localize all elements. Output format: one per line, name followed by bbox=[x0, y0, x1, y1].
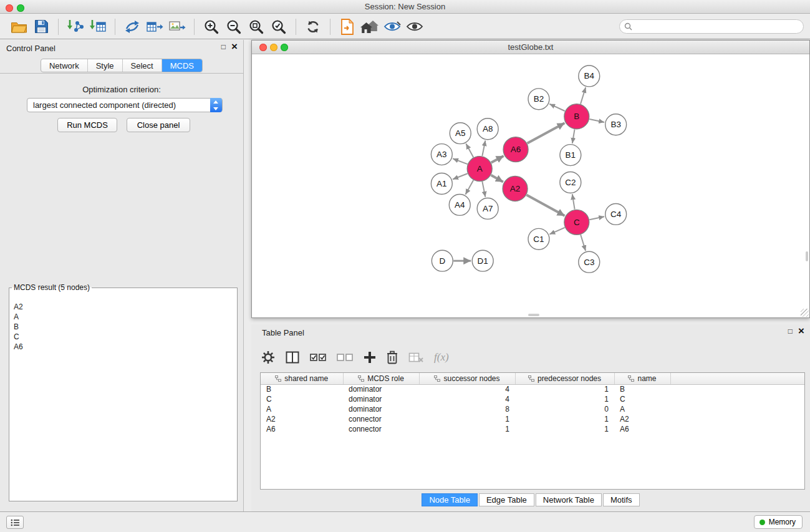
tab-mcds[interactable]: MCDS bbox=[162, 59, 202, 72]
save-session-button[interactable] bbox=[30, 17, 52, 37]
delete-column-button[interactable] bbox=[387, 351, 398, 364]
optimization-criterion-select[interactable]: largest connected component (directed) bbox=[27, 98, 223, 112]
cell-MCDS-role: dominator bbox=[343, 404, 419, 414]
edge-A-A8[interactable] bbox=[482, 140, 485, 156]
table-panel-title: Table Panel bbox=[262, 328, 304, 337]
float-panel-icon[interactable]: □ bbox=[221, 42, 226, 51]
table-row[interactable]: Adominator80A bbox=[261, 404, 804, 414]
import-network-icon bbox=[67, 19, 84, 34]
table-header-row: shared nameMCDS rolesuccessor nodesprede… bbox=[261, 373, 804, 384]
cell-name: A2 bbox=[614, 414, 670, 424]
import-network-button[interactable] bbox=[64, 17, 87, 37]
zoom-out-button[interactable] bbox=[223, 17, 245, 37]
show-columns-button[interactable] bbox=[286, 351, 299, 364]
tab-motifs[interactable]: Motifs bbox=[603, 493, 640, 506]
graphics-details-button[interactable] bbox=[381, 17, 403, 37]
select-all-rows-button[interactable] bbox=[310, 352, 326, 362]
cell-predecessor-nodes: 1 bbox=[515, 414, 614, 424]
create-column-button[interactable] bbox=[364, 351, 376, 364]
network-canvas[interactable]: B4B2BB3A8A5A6B1A3AC2A1A2A4A7C4CC1C3DD1 bbox=[252, 55, 809, 317]
edge-A-A6[interactable] bbox=[491, 156, 504, 163]
network-graph[interactable]: B4B2BB3A8A5A6B1A3AC2A1A2A4A7C4CC1C3DD1 bbox=[252, 55, 809, 317]
main-toolbar bbox=[0, 14, 810, 39]
search-input[interactable] bbox=[619, 19, 804, 34]
home-button[interactable] bbox=[359, 17, 381, 37]
column-header-MCDS-role[interactable]: MCDS role bbox=[343, 373, 419, 384]
close-panel-button[interactable]: Close panel bbox=[127, 118, 190, 132]
vertical-scrollbar[interactable] bbox=[806, 251, 808, 261]
float-panel-icon[interactable]: □ bbox=[788, 327, 793, 336]
window-resize-grip[interactable] bbox=[801, 309, 809, 317]
mcds-result-item[interactable]: B bbox=[11, 322, 235, 332]
open-session-button[interactable] bbox=[7, 17, 30, 37]
column-header-successor-nodes[interactable]: successor nodes bbox=[419, 373, 515, 384]
table-row[interactable]: Bdominator41B bbox=[261, 384, 804, 394]
export-image-icon bbox=[168, 19, 186, 34]
mcds-result-list[interactable]: A2ABCA6 bbox=[11, 302, 235, 499]
window-title: Session: New Session bbox=[0, 2, 810, 11]
zoom-in-button[interactable] bbox=[200, 17, 223, 37]
network-close-button[interactable] bbox=[259, 44, 267, 51]
cell-predecessor-nodes: 0 bbox=[515, 404, 614, 414]
tab-network[interactable]: Network bbox=[41, 59, 87, 72]
table-row[interactable]: A6connector11A6 bbox=[261, 424, 804, 434]
trash-icon bbox=[387, 351, 398, 364]
network-zoom-button[interactable] bbox=[281, 44, 288, 51]
run-mcds-button[interactable]: Run MCDS bbox=[57, 118, 117, 132]
cell-shared-name: A2 bbox=[261, 414, 343, 424]
edge-A-A2[interactable] bbox=[491, 175, 503, 182]
edge-A-A7[interactable] bbox=[482, 181, 485, 197]
zoom-selected-button[interactable] bbox=[268, 17, 290, 37]
edge-C-C4[interactable] bbox=[589, 216, 604, 220]
edge-A-A5[interactable] bbox=[466, 143, 473, 157]
tab-style[interactable]: Style bbox=[87, 59, 122, 72]
edge-B-B2[interactable] bbox=[549, 104, 565, 111]
network-window-title: testGlobe.txt bbox=[252, 41, 809, 52]
column-header-name[interactable]: name bbox=[614, 373, 670, 384]
export-network-button[interactable] bbox=[121, 17, 143, 37]
tab-edge-table[interactable]: Edge Table bbox=[479, 493, 534, 506]
edge-C-C3[interactable] bbox=[581, 235, 586, 251]
edge-A2-C[interactable] bbox=[526, 195, 564, 216]
edge-A-A1[interactable] bbox=[453, 173, 468, 179]
edge-B-B1[interactable] bbox=[572, 129, 575, 143]
edge-B-B3[interactable] bbox=[589, 119, 604, 122]
edge-A-A3[interactable] bbox=[453, 158, 468, 164]
edge-A6-B[interactable] bbox=[528, 123, 565, 143]
cell-MCDS-role: dominator bbox=[343, 384, 419, 394]
column-edit-icon bbox=[628, 375, 634, 382]
task-history-button[interactable] bbox=[6, 516, 24, 529]
deselect-all-rows-button[interactable] bbox=[337, 352, 353, 362]
table-row[interactable]: A2connector11A2 bbox=[261, 414, 804, 424]
column-header-shared-name[interactable]: shared name bbox=[261, 373, 343, 384]
close-panel-icon[interactable]: × bbox=[798, 327, 804, 336]
export-image-button[interactable] bbox=[166, 17, 188, 37]
mcds-result-item[interactable]: A6 bbox=[11, 342, 235, 352]
table-row[interactable]: Cdominator41C bbox=[261, 394, 804, 404]
zoom-fit-button[interactable] bbox=[245, 17, 268, 37]
table-toolbar: f(x) bbox=[261, 345, 449, 370]
close-panel-icon[interactable]: × bbox=[231, 42, 238, 51]
mcds-result-item[interactable]: A bbox=[11, 312, 235, 322]
table-settings-button[interactable] bbox=[261, 351, 275, 364]
export-network-icon bbox=[124, 19, 140, 34]
edge-A-A4[interactable] bbox=[465, 180, 473, 195]
edge-C-C2[interactable] bbox=[572, 194, 575, 209]
edge-B-B4[interactable] bbox=[581, 87, 586, 104]
import-table-button[interactable] bbox=[87, 17, 109, 37]
network-minimize-button[interactable] bbox=[270, 44, 277, 51]
show-hide-button[interactable] bbox=[403, 17, 426, 37]
memory-button[interactable]: Memory bbox=[754, 515, 803, 529]
edge-C-C1[interactable] bbox=[549, 228, 564, 235]
mcds-result-item[interactable]: A2 bbox=[11, 302, 235, 312]
mcds-result-item[interactable]: C bbox=[11, 332, 235, 342]
report-button[interactable] bbox=[336, 17, 359, 37]
column-header-predecessor-nodes[interactable]: predecessor nodes bbox=[515, 373, 614, 384]
refresh-button[interactable] bbox=[302, 17, 324, 37]
tab-select[interactable]: Select bbox=[122, 59, 162, 72]
tab-node-table[interactable]: Node Table bbox=[422, 493, 478, 506]
tab-network-table[interactable]: Network Table bbox=[536, 493, 602, 506]
export-table-button[interactable] bbox=[143, 17, 166, 37]
horizontal-scrollbar[interactable] bbox=[528, 314, 539, 316]
optimization-criterion-label: Optimization criterion: bbox=[0, 85, 243, 94]
